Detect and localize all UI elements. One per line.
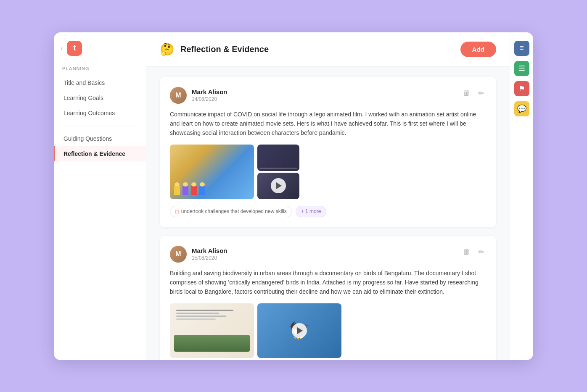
media-image-1 bbox=[170, 145, 254, 199]
main-header: 🤔 Reflection & Evidence Add bbox=[146, 32, 510, 67]
media-video-1[interactable] bbox=[257, 173, 299, 199]
lego-figures bbox=[174, 186, 205, 195]
reflection-card-1: M Mark Alison 14/08/2020 🗑 ✏ Communicate… bbox=[160, 77, 496, 227]
doc-line-3 bbox=[176, 316, 226, 317]
play-button-1[interactable] bbox=[271, 178, 286, 193]
app-logo: t bbox=[67, 41, 82, 56]
lego-fig-1 bbox=[174, 186, 180, 195]
card-header-1: M Mark Alison 14/08/2020 🗑 ✏ bbox=[170, 87, 486, 104]
section-label: PLANNING bbox=[54, 66, 146, 75]
card-user-2: M Mark Alison 15/08/2020 bbox=[170, 246, 227, 263]
play-triangle-1 bbox=[276, 182, 282, 189]
sidebar: ‹ t PLANNING Title and Basics Learning G… bbox=[54, 32, 146, 360]
avatar-1: M bbox=[170, 87, 187, 104]
sidebar-item-title-basics[interactable]: Title and Basics bbox=[54, 75, 146, 90]
avatar-initials-2: M bbox=[170, 246, 187, 263]
tag-more-label-1: + 1 more bbox=[301, 208, 321, 214]
right-icon-chat[interactable]: 💬 bbox=[514, 101, 529, 116]
bird-flight-image: 🦅 bbox=[257, 303, 341, 358]
media-doc-1 bbox=[170, 303, 254, 358]
avatar-2: M bbox=[170, 246, 187, 263]
sidebar-divider bbox=[61, 126, 139, 126]
right-bar: ≡ ☰ ⚑ 💬 bbox=[510, 32, 533, 360]
edit-icon-2[interactable]: ✏ bbox=[476, 246, 486, 258]
media-group-1 bbox=[257, 145, 299, 199]
lego-dark-image bbox=[257, 145, 299, 171]
lego-fig-3 bbox=[191, 186, 197, 195]
card-actions-1: 🗑 ✏ bbox=[461, 87, 486, 100]
media-image-2 bbox=[257, 145, 299, 171]
header-left: 🤔 Reflection & Evidence bbox=[160, 42, 269, 56]
reflection-icon: 🤔 bbox=[160, 42, 175, 56]
lego-scene-image bbox=[170, 145, 254, 199]
doc-line-1 bbox=[176, 310, 233, 311]
card-actions-2: 🗑 ✏ bbox=[461, 246, 486, 258]
add-button[interactable]: Add bbox=[460, 42, 496, 57]
card-text-1: Communicate impact of COVID on social li… bbox=[170, 110, 486, 138]
card-text-2: Building and saving biodiversity in urba… bbox=[170, 268, 486, 297]
tag-more-1[interactable]: + 1 more bbox=[296, 206, 327, 217]
tag-1[interactable]: □ undertook challenges that developed ne… bbox=[170, 206, 292, 217]
card-header-2: M Mark Alison 15/08/2020 🗑 ✏ bbox=[170, 246, 486, 263]
main-content: 🤔 Reflection & Evidence Add M Mark Aliso… bbox=[146, 32, 510, 360]
edit-icon-1[interactable]: ✏ bbox=[476, 87, 486, 100]
delete-icon-2[interactable]: 🗑 bbox=[461, 246, 472, 258]
user-date-2: 15/08/2020 bbox=[192, 255, 227, 261]
media-grid-1 bbox=[170, 145, 486, 199]
user-name-1: Mark Alison bbox=[192, 88, 227, 95]
play-button-2[interactable] bbox=[292, 323, 307, 338]
user-info-1: Mark Alison 14/08/2020 bbox=[192, 88, 227, 102]
tag-icon-1: □ bbox=[175, 208, 179, 215]
doc-line-4 bbox=[176, 318, 216, 320]
app-window: ‹ t PLANNING Title and Basics Learning G… bbox=[54, 32, 533, 360]
lego-fig-4 bbox=[199, 186, 205, 195]
tags-row-1: □ undertook challenges that developed ne… bbox=[170, 206, 486, 217]
sidebar-item-guiding-questions[interactable]: Guiding Questions bbox=[54, 131, 146, 146]
card-user-1: M Mark Alison 14/08/2020 bbox=[170, 87, 227, 104]
cards-area: M Mark Alison 14/08/2020 🗑 ✏ Communicate… bbox=[146, 67, 510, 360]
avatar-initials-1: M bbox=[170, 87, 187, 104]
reflection-card-2: M Mark Alison 15/08/2020 🗑 ✏ Building an… bbox=[160, 236, 496, 360]
doc-lines bbox=[176, 310, 248, 321]
bird-small-image bbox=[174, 335, 250, 352]
logo-area: ‹ t bbox=[54, 41, 146, 66]
sidebar-item-learning-outcomes[interactable]: Learning Outcomes bbox=[54, 105, 146, 121]
page-title: Reflection & Evidence bbox=[180, 45, 269, 54]
media-grid-2: 🦅 bbox=[170, 303, 486, 358]
bird-doc-image bbox=[170, 303, 254, 358]
right-icon-flag[interactable]: ⚑ bbox=[514, 81, 529, 96]
user-name-2: Mark Alison bbox=[192, 247, 227, 254]
tag-label-1: undertook challenges that developed new … bbox=[181, 208, 287, 214]
play-triangle-2 bbox=[297, 327, 303, 334]
user-info-2: Mark Alison 15/08/2020 bbox=[192, 247, 227, 261]
sidebar-item-learning-goals[interactable]: Learning Goals bbox=[54, 90, 146, 105]
lego-fig-2 bbox=[182, 186, 188, 195]
right-icon-doc[interactable]: ≡ bbox=[514, 41, 529, 56]
media-video-2[interactable]: 🦅 bbox=[257, 303, 341, 358]
doc-line-2 bbox=[176, 313, 219, 314]
user-date-1: 14/08/2020 bbox=[192, 96, 227, 102]
right-icon-list[interactable]: ☰ bbox=[514, 61, 529, 76]
lego-dark2-image bbox=[257, 173, 299, 199]
back-button[interactable]: ‹ bbox=[61, 45, 63, 52]
sidebar-item-reflection-evidence[interactable]: Reflection & Evidence bbox=[54, 146, 146, 161]
delete-icon-1[interactable]: 🗑 bbox=[461, 87, 472, 100]
